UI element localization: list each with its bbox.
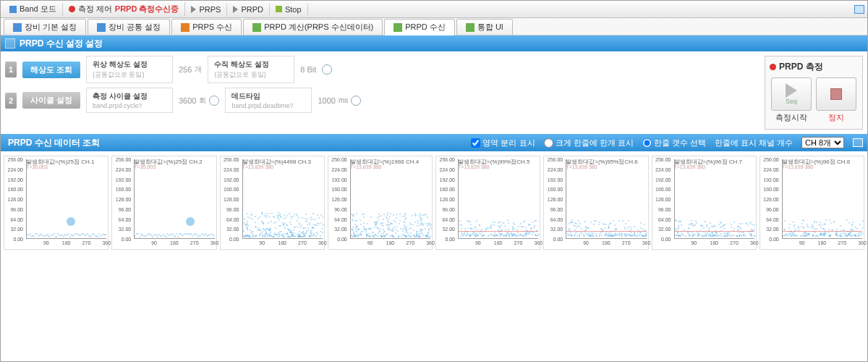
value-text: 3600 (179, 96, 196, 105)
y-axis: 0.0032.0064.0096.00128.00160.00192.00224… (221, 159, 241, 239)
chart-ch7[interactable]: 발생최대값=(%)96점 CH.7T=13.839 3800.0032.0064… (652, 156, 757, 250)
measure-control-button[interactable]: 측정 제어 PRPD 측정수신중 (63, 2, 186, 16)
gear-icon (13, 23, 22, 32)
checkbox-label: 영역 분리 표시 (482, 138, 535, 148)
unit-text: 회 (199, 96, 206, 106)
prpd-label: PRPD (241, 5, 263, 14)
value-text: 1000 (318, 96, 335, 105)
stop-label: Stop (285, 5, 302, 14)
radio-input[interactable] (544, 138, 553, 148)
cycle-field: 측정 사이클 설정 band.prpd.cycle? (86, 88, 173, 113)
band-icon (9, 6, 17, 13)
y-axis: 0.0032.0064.0096.00128.00160.00192.00224… (112, 159, 132, 239)
top-toolbar: Band 모드 측정 제어 PRPD 측정수신중 PRPS PRPD Stop (1, 1, 867, 18)
settings-section-header: PRPD 수신 설정 설정 (1, 35, 867, 51)
row-count-radio[interactable]: 한줄 갯수 선택 (642, 138, 706, 148)
data-controls: 영역 분리 표시 크게 한줄에 한개 표시 한줄 갯수 선택 한줄에 표시 채널… (471, 137, 863, 148)
tab-integrated-ui[interactable]: 통합 UI (456, 19, 513, 35)
phase-res-value: 256 개 (179, 64, 202, 75)
cycle-row: 2 사이클 설정 측정 사이클 설정 band.prpd.cycle? 3600… (5, 88, 759, 113)
field-sub: band.prpd.deadtime? (231, 102, 305, 109)
prps-button[interactable]: PRPS (185, 4, 227, 15)
gear-icon (97, 23, 106, 32)
band-mode-button[interactable]: Band 모드 (4, 2, 63, 16)
measure-stop-button[interactable] (816, 77, 856, 111)
refresh-icon[interactable] (322, 64, 332, 75)
detach-icon[interactable] (853, 138, 863, 147)
refresh-icon[interactable] (209, 96, 219, 106)
stop-icon (830, 88, 842, 100)
measure-status: PRPD 측정수신중 (115, 4, 179, 14)
chart-ch3[interactable]: 발생최대값=(%)4498 CH.3T=13.839 3800.0032.006… (220, 156, 325, 250)
resolution-row: 1 해상도 조회 위상 해상도 설정 (공통값으로 동일) 256 개 수직 해… (5, 56, 759, 83)
big-single-radio[interactable]: 크게 한줄에 한개 표시 (544, 138, 634, 148)
measure-panel: PRPD 측정 Seq 측정시작 정지 (765, 56, 863, 130)
radio-label: 한줄 갯수 선택 (654, 138, 706, 148)
resolution-query-button[interactable]: 해상도 조회 (22, 62, 80, 78)
stop-button[interactable]: Stop (270, 4, 308, 15)
refresh-icon[interactable] (351, 96, 361, 106)
channel-count-select[interactable]: CH 8개 (801, 137, 844, 148)
value-text: 256 (179, 65, 192, 74)
vert-res-value: 8 Bit (300, 65, 316, 74)
measure-buttons: Seq 측정시작 정지 (768, 75, 859, 126)
row-number: 2 (5, 93, 17, 109)
plot-area (26, 159, 106, 239)
chart-icon (393, 23, 402, 32)
chart-ch5[interactable]: 발생최대값=(%)99%점CH.5T=13.839 3800.0032.0064… (435, 156, 540, 250)
tab-prpd-calc[interactable]: PRPD 계산(PRPS 수신데이터) (243, 19, 383, 35)
x-axis: 90180270360 (566, 240, 646, 249)
cycle-setting-button[interactable]: 사이클 설정 (22, 92, 80, 109)
field-sub: band.prpd.cycle? (93, 102, 166, 109)
tab-label: PRPS 수신 (192, 22, 232, 33)
stop-caption: 정지 (816, 111, 856, 123)
field-sub: (공통값으로 동일) (93, 70, 166, 80)
tab-prps-recv[interactable]: PRPS 수신 (171, 19, 242, 35)
measure-title: PRPD 측정 (768, 59, 859, 75)
settings-body: 1 해상도 조회 위상 해상도 설정 (공통값으로 동일) 256 개 수직 해… (1, 51, 867, 134)
chart-ch6[interactable]: 발생최대값=(%)95%점CH.6T=13.839 3800.0032.0064… (543, 156, 648, 250)
tab-prpd-recv[interactable]: PRPD 수신 (384, 19, 455, 35)
y-axis: 0.0032.0064.0096.00128.00160.00192.00224… (328, 159, 349, 239)
calc-icon (252, 23, 261, 32)
section-title: PRPD 수신 설정 설정 (20, 38, 103, 50)
chart-ch1[interactable]: 발생최대값=(%)25점 CH.1T=30.0030.0032.0064.009… (4, 156, 109, 250)
x-axis: 90180270360 (350, 240, 430, 249)
split-display-checkbox[interactable]: 영역 분리 표시 (471, 138, 535, 148)
y-axis: 0.0032.0064.0096.00128.00160.00192.00224… (436, 159, 456, 239)
tab-common-settings[interactable]: 장비 공통 설정 (88, 19, 170, 35)
chart-ch8[interactable]: 발생최대값=(%)96점 CH.8T=13.839 3800.0032.0064… (760, 156, 864, 250)
maximize-icon[interactable] (854, 5, 864, 14)
settings-left: 1 해상도 조회 위상 해상도 설정 (공통값으로 동일) 256 개 수직 해… (5, 56, 759, 130)
radio-input[interactable] (642, 138, 652, 148)
phase-resolution-field: 위상 해상도 설정 (공통값으로 동일) (86, 56, 173, 83)
plot-area (674, 159, 754, 239)
stop-icon (276, 6, 282, 12)
seq-label: Seq (786, 98, 797, 105)
x-axis: 90180270360 (782, 240, 862, 249)
play-icon (191, 6, 196, 13)
section-icon (5, 38, 15, 49)
measure-stop-wrap: 정지 (816, 77, 856, 123)
play-icon (233, 6, 238, 13)
plot-area (350, 159, 430, 239)
tab-label: PRPD 수신 (405, 22, 446, 33)
ui-icon (466, 23, 475, 32)
antenna-icon (181, 23, 190, 32)
radio-label: 크게 한줄에 한개 표시 (556, 138, 634, 148)
measure-ctrl-label: 측정 제어 (78, 4, 112, 14)
tab-basic-settings[interactable]: 장비 기본 설정 (4, 19, 86, 35)
field-label: 데드타임 (231, 91, 305, 101)
chart-ch4[interactable]: 발생최대값=(%)1988 CH.4T=13.839 3800.0032.006… (328, 156, 433, 250)
chart-ch2[interactable]: 발생최대값=(%)25점 CH.2T=30.0030.0032.0064.009… (111, 156, 216, 250)
unit-text: 개 (195, 64, 202, 75)
measure-start-button[interactable]: Seq (771, 77, 812, 111)
plot-area (458, 159, 538, 239)
checkbox-input[interactable] (471, 138, 480, 148)
field-label: 측정 사이클 설정 (93, 91, 166, 101)
measure-title-text: PRPD 측정 (779, 61, 823, 73)
title-text: PRPD 수신 데이터 조회 (8, 137, 100, 149)
x-axis: 90180270360 (26, 240, 106, 249)
prpd-button[interactable]: PRPD (227, 4, 270, 15)
plot-area (242, 159, 323, 239)
